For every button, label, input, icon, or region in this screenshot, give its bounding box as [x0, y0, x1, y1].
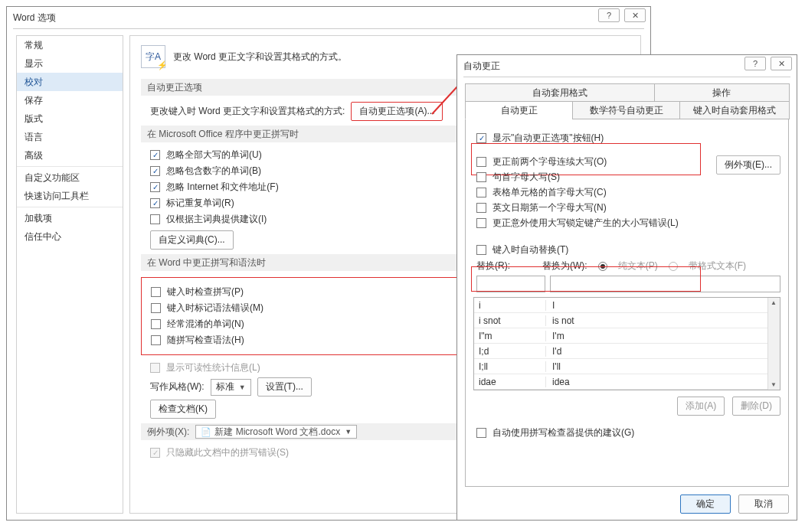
sidebar-item[interactable]: 快速访问工具栏 [17, 187, 123, 205]
tab-autocorrect[interactable]: 自动更正 [465, 101, 573, 119]
tab-math-autocorrect[interactable]: 数学符号自动更正 [572, 101, 680, 119]
sidebar-item[interactable]: 校对 [17, 73, 123, 91]
settings-button[interactable]: 设置(T)... [257, 377, 312, 397]
checkbox[interactable] [476, 188, 486, 197]
sidebar: 常规显示校对保存版式语言高级 自定义功能区快速访问工具栏 加载项信任中心 [16, 35, 123, 514]
readability-checkbox [150, 363, 160, 373]
checkbox-label: 忽略包含数字的单词(B) [166, 165, 261, 178]
checkbox-label: 更正意外使用大写锁定键产生的大小写错误(L) [492, 217, 679, 230]
use-spellcheck-label: 自动使用拼写检查器提供的建议(G) [492, 426, 634, 439]
writing-style-select[interactable]: 标准▼ [211, 379, 251, 396]
checkbox[interactable] [150, 182, 160, 192]
autocorrect-window: 自动更正 ? ✕ 自动套用格式 操作 自动更正 数学符号自动更正 键入时自动套用… [456, 54, 797, 521]
header-text: 更改 Word 更正文字和设置其格式的方式。 [173, 51, 347, 64]
help-button[interactable]: ? [598, 8, 620, 22]
checkbox[interactable] [151, 335, 161, 345]
delete-button[interactable]: 删除(D) [732, 397, 780, 416]
add-button[interactable]: 添加(A) [677, 397, 725, 416]
replace-input[interactable] [476, 276, 545, 292]
tab-actions[interactable]: 操作 [654, 83, 790, 102]
checkbox-label: 忽略全部大写的单词(U) [166, 149, 262, 162]
checkbox[interactable] [150, 214, 160, 224]
exceptions-select[interactable]: 📄 新建 Microsoft Word 文档.docx▼ [195, 425, 357, 439]
autocorrect-title: 自动更正 [463, 60, 500, 73]
word-options-title: Word 选项 [13, 11, 56, 24]
check-doc-button[interactable]: 检查文档(K) [150, 400, 216, 419]
replace-with-input[interactable] [550, 276, 780, 292]
sidebar-item[interactable]: 信任中心 [17, 227, 123, 246]
table-row[interactable]: I"mI'm [474, 328, 780, 344]
close-button[interactable]: ✕ [624, 8, 646, 22]
sidebar-item[interactable]: 加载项 [17, 209, 123, 227]
replace-with-label: 替换为(W): [542, 259, 587, 273]
sidebar-item[interactable]: 常规 [17, 36, 123, 54]
chevron-down-icon: ▼ [239, 383, 246, 391]
replacement-list[interactable]: iIi snotis notI"mI'mI;dI'dI;llI'llidaeid… [473, 297, 780, 390]
table-row[interactable]: I;llI'll [474, 359, 780, 374]
radio-plain-text[interactable] [598, 262, 607, 271]
exceptions-label: 例外项(X): [147, 426, 189, 439]
show-ac-button-label: 显示"自动更正选项"按钮(H) [492, 132, 604, 145]
scrollbar[interactable] [767, 298, 780, 390]
sidebar-item[interactable]: 语言 [17, 128, 123, 146]
ok-button[interactable]: 确定 [680, 494, 731, 514]
checkbox-label: 标记重复单词(R) [166, 197, 234, 210]
radio-formatted-label: 带格式文本(F) [689, 259, 746, 273]
tab-autoformat[interactable]: 自动套用格式 [465, 83, 655, 102]
autocorrect-titlebar: 自动更正 ? ✕ [457, 55, 797, 77]
sidebar-item[interactable]: 版式 [17, 109, 123, 128]
show-ac-button-checkbox[interactable] [476, 133, 486, 143]
use-spellcheck-checkbox[interactable] [476, 428, 486, 438]
checkbox[interactable] [150, 166, 160, 176]
exceptions-button[interactable]: 例外项(E)... [716, 155, 780, 175]
hide-errors-checkbox [150, 448, 160, 458]
custom-dict-button[interactable]: 自定义词典(C)... [150, 230, 234, 250]
checkbox-label: 句首字母大写(S) [492, 171, 560, 184]
checkbox[interactable] [476, 203, 486, 213]
checkbox[interactable] [476, 157, 486, 167]
radio-formatted-text[interactable] [669, 262, 678, 271]
writing-style-label: 写作风格(W): [150, 380, 205, 393]
checkbox-label: 仅根据主词典提供建议(I) [166, 213, 267, 226]
table-row[interactable]: i snotis not [474, 313, 780, 328]
checkbox[interactable] [150, 150, 160, 160]
table-row[interactable]: idaesideas [474, 390, 780, 390]
autocorrect-change-label: 更改键入时 Word 更正文字和设置其格式的方式: [150, 105, 345, 118]
checkbox[interactable] [150, 198, 160, 208]
checkbox[interactable] [151, 319, 161, 329]
checkbox-label: 键入时检查拼写(P) [167, 286, 244, 299]
replace-as-type-checkbox[interactable] [476, 245, 486, 255]
sidebar-item[interactable]: 保存 [17, 91, 123, 109]
replace-as-type-label: 键入时自动替换(T) [492, 243, 568, 256]
readability-label: 显示可读性统计信息(L) [166, 361, 260, 374]
chevron-down-icon: ▼ [345, 428, 352, 436]
cancel-button[interactable]: 取消 [738, 494, 789, 514]
autocorrect-options-button[interactable]: 自动更正选项(A)... [351, 102, 443, 121]
checkbox[interactable] [476, 172, 486, 182]
table-row[interactable]: iI [474, 298, 780, 313]
sidebar-item[interactable]: 显示 [17, 54, 123, 73]
table-row[interactable]: I;dI'd [474, 344, 780, 359]
checkbox-label: 英文日期第一个字母大写(N) [492, 201, 607, 214]
replace-label: 替换(R): [476, 259, 510, 273]
word-options-titlebar: Word 选项 ? ✕ [7, 7, 650, 28]
help-button[interactable]: ? [744, 57, 766, 70]
checkbox-label: 更正前两个字母连续大写(O) [492, 155, 607, 168]
checkbox-label: 经常混淆的单词(N) [167, 318, 244, 331]
checkbox-label: 忽略 Internet 和文件地址(F) [166, 181, 279, 194]
checkbox[interactable] [151, 303, 161, 313]
checkbox[interactable] [151, 287, 161, 297]
checkbox-label: 随拼写检查语法(H) [167, 334, 244, 347]
sidebar-item[interactable]: 自定义功能区 [17, 168, 123, 187]
tab-autoformat-typing[interactable]: 键入时自动套用格式 [679, 101, 790, 119]
word-doc-icon: 📄 [201, 427, 211, 437]
checkbox-label: 表格单元格的首字母大写(C) [492, 186, 607, 199]
hide-errors-label: 只隐藏此文档中的拼写错误(S) [166, 446, 289, 459]
radio-plain-label: 纯文本(P) [618, 259, 658, 273]
sidebar-item[interactable]: 高级 [17, 146, 123, 165]
close-button[interactable]: ✕ [771, 57, 792, 70]
proofing-icon: 字A [141, 45, 165, 68]
checkbox[interactable] [476, 218, 486, 228]
checkbox-label: 键入时标记语法错误(M) [167, 302, 263, 315]
table-row[interactable]: idaeidea [474, 374, 780, 390]
